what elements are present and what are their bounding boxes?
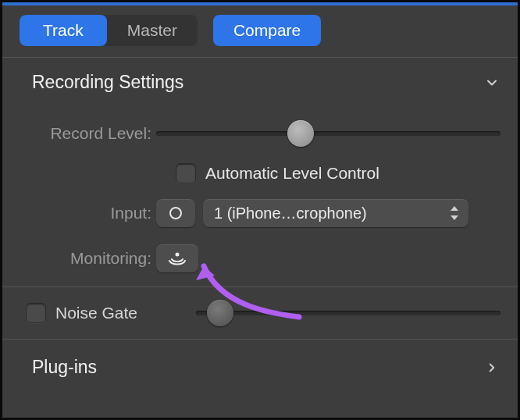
svg-marker-1 xyxy=(451,215,458,220)
plugins-header[interactable]: Plug-ins xyxy=(2,340,518,395)
inspector-panel: Track Master Compare Recording Settings … xyxy=(0,0,520,420)
auto-level-checkbox[interactable] xyxy=(176,163,196,183)
noise-gate-track xyxy=(196,311,500,315)
record-level-track xyxy=(156,131,500,136)
stepper-up-down-icon xyxy=(448,205,461,221)
section-noise-gate: Noise Gate xyxy=(2,287,518,339)
monitoring-toggle-button[interactable] xyxy=(156,244,198,272)
noise-gate-row: Noise Gate xyxy=(2,287,518,339)
recording-settings-header[interactable]: Recording Settings xyxy=(2,58,518,104)
input-label: Input: xyxy=(20,204,156,222)
record-level-thumb[interactable] xyxy=(287,120,314,147)
section-plugins: Plug-ins xyxy=(2,339,518,395)
chevron-down-icon xyxy=(483,74,500,91)
recording-settings-title: Recording Settings xyxy=(32,72,183,93)
tab-track[interactable]: Track xyxy=(20,15,107,46)
mono-circle-icon xyxy=(169,207,182,219)
chevron-right-icon xyxy=(483,359,500,376)
record-level-slider[interactable] xyxy=(156,118,500,149)
auto-level-row: Automatic Level Control xyxy=(176,163,500,183)
record-level-label: Record Level: xyxy=(20,124,156,143)
track-master-segment: Track Master xyxy=(20,15,198,46)
input-device-selected: 1 (iPhone…crophone) xyxy=(214,205,367,222)
monitoring-icon xyxy=(168,250,187,268)
svg-point-2 xyxy=(176,252,180,256)
compare-button[interactable]: Compare xyxy=(213,15,321,46)
recording-settings-body: Record Level: Automatic Level Control In… xyxy=(2,104,518,287)
noise-gate-label: Noise Gate xyxy=(55,304,137,322)
auto-level-label: Automatic Level Control xyxy=(205,164,379,183)
monitoring-label: Monitoring: xyxy=(20,249,156,268)
record-level-row: Record Level: xyxy=(20,118,500,149)
input-channel-mode-button[interactable] xyxy=(156,199,195,227)
noise-gate-slider[interactable] xyxy=(196,311,500,315)
tab-bar: Track Master Compare xyxy=(2,5,518,57)
svg-marker-0 xyxy=(451,206,458,211)
noise-gate-thumb[interactable] xyxy=(207,300,233,326)
input-row: Input: 1 (iPhone…crophone) xyxy=(20,199,500,227)
monitoring-row: Monitoring: xyxy=(20,244,500,272)
tab-master[interactable]: Master xyxy=(107,15,198,46)
input-device-select[interactable]: 1 (iPhone…crophone) xyxy=(203,199,468,227)
noise-gate-checkbox[interactable] xyxy=(26,303,46,323)
plugins-title: Plug-ins xyxy=(32,357,97,378)
section-recording-settings: Recording Settings Record Level: Automat… xyxy=(2,57,518,287)
